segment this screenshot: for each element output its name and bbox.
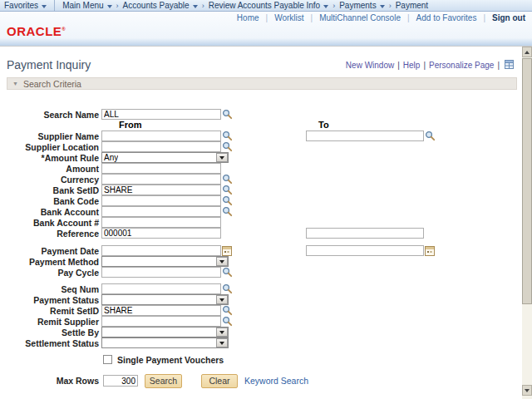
breadcrumb-separator: ›	[389, 2, 392, 10]
payment-date-label: Payment Date	[0, 246, 101, 256]
reference-input[interactable]	[101, 228, 221, 239]
scrollbar-thumb[interactable]	[522, 58, 532, 304]
lookup-icon[interactable]	[222, 283, 233, 294]
breadcrumb-label: Payments	[339, 1, 376, 10]
payment-method-select[interactable]	[101, 256, 229, 267]
calendar-icon[interactable]	[222, 245, 232, 256]
reference-to-input[interactable]	[306, 228, 424, 239]
form-row-currency: Currency	[0, 174, 522, 185]
lookup-icon[interactable]	[222, 316, 233, 327]
portal-links: Home|Worklist|MultiChannel Console|Add t…	[237, 13, 525, 22]
page-link-help[interactable]: Help	[403, 61, 421, 70]
dropdown-arrow-icon[interactable]	[216, 153, 228, 162]
top-link-home[interactable]: Home	[237, 13, 259, 22]
breadcrumb-item-2[interactable]: Accounts Payable	[123, 1, 198, 10]
top-link-multichannel-console[interactable]: MultiChannel Console	[319, 13, 401, 22]
supplier-name-input[interactable]	[101, 131, 221, 141]
search-name-input[interactable]	[101, 109, 221, 120]
dropdown-arrow-icon[interactable]	[216, 295, 228, 304]
settle-by-select[interactable]	[101, 327, 229, 337]
personalize-layout-icon[interactable]	[505, 60, 514, 71]
breadcrumb-item-1[interactable]: Main Menu	[62, 1, 111, 10]
collapse-triangle-icon[interactable]: ▼	[12, 81, 18, 86]
top-link-worklist[interactable]: Worklist	[274, 13, 303, 22]
lookup-icon[interactable]	[222, 305, 233, 316]
oracle-logo: ORACLE®	[7, 24, 66, 38]
currency-input[interactable]	[101, 174, 221, 185]
page-link-new-window[interactable]: New Window	[346, 61, 394, 70]
breadcrumb-item-3[interactable]: Review Accounts Payable Info	[209, 1, 329, 10]
settlement-status-select[interactable]	[101, 337, 229, 348]
keyword-search-link[interactable]: Keyword Search	[244, 376, 308, 386]
bank-account-label: Bank Account	[0, 207, 101, 217]
bank-account-input[interactable]	[101, 206, 221, 217]
top-link-add-to-favorites[interactable]: Add to Favorites	[416, 13, 477, 22]
form-row-settle-by: Settle By	[0, 327, 522, 337]
scrollbar-up-arrow[interactable]	[522, 47, 532, 57]
dropdown-arrow-icon[interactable]	[216, 328, 228, 337]
chevron-down-icon[interactable]	[42, 5, 47, 8]
vertical-scrollbar[interactable]	[522, 47, 532, 399]
form-row-settlement-status: Settlement Status	[0, 337, 522, 348]
chevron-down-icon[interactable]	[107, 5, 112, 8]
amount-label: Amount	[0, 164, 101, 174]
bank-account-num-input[interactable]	[101, 217, 221, 228]
lookup-icon[interactable]	[222, 174, 233, 185]
chevron-down-icon[interactable]	[323, 5, 328, 8]
amount-input[interactable]	[101, 163, 221, 174]
breadcrumb: FavoritesMain Menu›Accounts Payable›Revi…	[0, 0, 532, 12]
calendar-icon[interactable]	[425, 245, 435, 256]
breadcrumb-item-4[interactable]: Payments	[339, 1, 384, 10]
form-row-bank-code: Bank Code	[0, 195, 522, 206]
dropdown-arrow-icon[interactable]	[216, 257, 228, 266]
max-rows-input[interactable]	[103, 375, 138, 387]
link-separator: |	[397, 61, 400, 70]
from-column-header: From	[119, 120, 142, 130]
search-button[interactable]: Search	[145, 374, 182, 388]
pay-cycle-input[interactable]	[101, 267, 221, 278]
form-row-supplier-name: Supplier Name	[0, 131, 522, 141]
actions-row: Max Rows Search Clear Keyword Search	[0, 373, 522, 388]
clear-button[interactable]: Clear	[201, 374, 238, 388]
search-criteria-section-header[interactable]: ▼ Search Criteria	[7, 77, 517, 90]
lookup-icon[interactable]	[222, 185, 233, 195]
section-title: Search Criteria	[23, 79, 81, 89]
supplier-name-to-input[interactable]	[306, 131, 424, 141]
amount-rule-select[interactable]: Any	[101, 152, 229, 163]
lookup-icon[interactable]	[222, 195, 233, 206]
single-payment-vouchers-checkbox[interactable]	[103, 355, 112, 364]
currency-label: Currency	[0, 175, 101, 185]
scrollbar-down-arrow[interactable]	[522, 385, 532, 396]
form-row-remit-setid: Remit SetID	[0, 305, 522, 316]
breadcrumb-separator: ›	[116, 2, 119, 10]
chevron-down-icon[interactable]	[380, 5, 385, 8]
form-row-reference: Reference	[0, 228, 522, 239]
supplier-location-input[interactable]	[101, 141, 221, 152]
page-link-personalize-page[interactable]: Personalize Page	[429, 61, 494, 70]
chevron-down-icon[interactable]	[193, 5, 198, 8]
dropdown-arrow-icon[interactable]	[216, 338, 228, 347]
form-row-search-name: Search Name	[0, 109, 522, 120]
lookup-icon[interactable]	[425, 131, 436, 141]
lookup-icon[interactable]	[222, 109, 233, 120]
payment-status-label: Payment Status	[0, 295, 101, 305]
payment-status-select[interactable]	[101, 294, 229, 305]
bank-setid-input[interactable]	[101, 185, 221, 195]
payment-date-to-input[interactable]	[306, 245, 424, 256]
breadcrumb-item-5[interactable]: Payment	[396, 1, 428, 10]
lookup-icon[interactable]	[222, 141, 233, 152]
lookup-icon[interactable]	[222, 206, 233, 217]
to-column-header: To	[318, 120, 329, 130]
link-separator: |	[483, 13, 485, 22]
lookup-icon[interactable]	[222, 267, 233, 278]
remit-supplier-input[interactable]	[101, 316, 221, 327]
lookup-icon[interactable]	[222, 131, 233, 141]
supplier-name-label: Supplier Name	[0, 131, 101, 141]
form-row-remit-supplier: Remit Supplier	[0, 316, 522, 327]
seq-num-input[interactable]	[101, 283, 221, 294]
sign-out-link[interactable]: Sign out	[492, 13, 525, 22]
payment-date-input[interactable]	[101, 245, 221, 256]
remit-setid-input[interactable]	[101, 305, 221, 316]
bank-code-input[interactable]	[101, 195, 221, 206]
breadcrumb-item-0[interactable]: Favorites	[4, 1, 47, 10]
